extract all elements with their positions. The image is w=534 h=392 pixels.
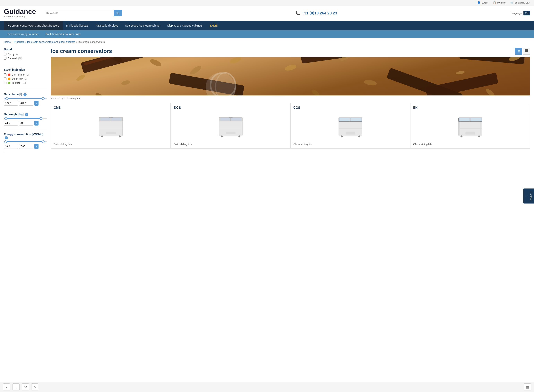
stock-call-label[interactable]: Call for info <box>12 73 25 76</box>
volume-thumb-left[interactable] <box>5 97 8 100</box>
svg-rect-61 <box>340 118 350 121</box>
svg-rect-51 <box>220 118 230 121</box>
volume-info-icon[interactable]: i <box>24 93 27 96</box>
brand-derby: Derby (4) <box>4 53 47 56</box>
brand-derby-checkbox[interactable] <box>4 53 6 56</box>
cart-link[interactable]: 🛒 Shopping cart <box>510 1 530 4</box>
weight-thumb-left[interactable] <box>4 117 7 120</box>
energy-to-input[interactable] <box>19 144 33 149</box>
product-img-ek <box>413 112 527 141</box>
svg-rect-1 <box>525 50 528 51</box>
svg-rect-58 <box>226 132 236 134</box>
product-card-cms[interactable]: CMS <box>51 103 171 149</box>
product-series-cgs: CGS <box>293 106 407 110</box>
search-icon: 🔍 <box>116 12 119 15</box>
brand-filter: Brand Derby (4) Caravell (10) <box>4 48 47 64</box>
stock-filter: Stock indication 🔴 Call for info (1) 🟠 S… <box>4 68 47 89</box>
phone-number: +31 (0)10 264 23 23 <box>302 11 337 15</box>
volume-from-input[interactable] <box>4 101 18 106</box>
energy-info-icon[interactable]: i <box>5 136 8 139</box>
energy-from-input[interactable] <box>4 144 18 149</box>
energy-thumb-right[interactable] <box>42 140 45 143</box>
brand-caravell-label[interactable]: Caravell <box>8 57 17 60</box>
breadcrumb-sep-2: › <box>25 40 26 43</box>
product-card-ek[interactable]: EK <box>410 103 530 149</box>
search-button[interactable]: 🔍 <box>114 10 122 16</box>
language-button[interactable]: EN <box>524 11 530 15</box>
search-area: 🔍 <box>44 10 122 16</box>
weight-track <box>4 118 47 119</box>
product-card-eks[interactable]: EK S Solid sliding lid <box>171 103 291 149</box>
brand-derby-label[interactable]: Derby <box>8 53 14 56</box>
svg-rect-78 <box>465 132 475 135</box>
phone-area: 📞 +31 (0)10 264 23 23 <box>126 11 507 15</box>
language-area: Language EN <box>510 11 530 15</box>
weight-filter-title: Net weight [kg] i <box>4 113 47 116</box>
stock-filter-title: Stock indication <box>4 68 47 71</box>
brand-caravell-checkbox[interactable] <box>4 57 6 60</box>
stock-low-count: (1) <box>24 78 27 80</box>
stock-low: 🟠 Stock low (1) <box>4 77 47 80</box>
stock-green-icon: 🟢 <box>8 82 10 84</box>
logo[interactable]: Guidance Stentor 6.5 webshop <box>4 8 36 18</box>
energy-track <box>4 141 47 142</box>
weight-thumb-right[interactable] <box>40 117 43 120</box>
nav-item-ice-cream-conservators[interactable]: Ice cream conservators and chest freezer… <box>4 21 63 30</box>
svg-rect-0 <box>525 49 528 50</box>
nav-item-sale[interactable]: SALE! <box>206 21 221 30</box>
breadcrumb-sep-3: › <box>76 40 77 43</box>
nav-item-soft-scoop[interactable]: Soft scoop ice cream cabinet <box>122 21 164 30</box>
nav-item-multideck[interactable]: Multideck displays <box>63 21 92 30</box>
product-img-cgs <box>293 112 407 141</box>
svg-point-75 <box>461 135 462 137</box>
energy-go-button[interactable]: › <box>34 144 38 149</box>
product-desc-eks: Solid sliding lids <box>174 143 287 146</box>
breadcrumb-products[interactable]: Products <box>14 40 24 43</box>
stock-call-count: (1) <box>26 73 29 76</box>
freezer-icon-eks <box>218 113 243 139</box>
energy-range-inputs: › <box>4 144 47 149</box>
stock-low-checkbox[interactable] <box>4 78 6 80</box>
stock-instock-checkbox[interactable] <box>4 82 6 84</box>
nav-item-deli[interactable]: Deli and servery counters <box>4 30 42 38</box>
page-title-row: Ice cream conservators ⊞ <box>51 48 530 55</box>
grid-view-button[interactable]: ⊞ <box>515 48 522 55</box>
energy-thumb-left[interactable] <box>4 140 7 143</box>
list-view-button[interactable] <box>523 48 530 55</box>
svg-rect-71 <box>459 118 470 121</box>
brand-caravell: Caravell (10) <box>4 57 47 60</box>
breadcrumb-home[interactable]: Home <box>4 40 11 43</box>
weight-from-input[interactable] <box>4 121 18 126</box>
svg-rect-72 <box>471 118 481 121</box>
volume-go-button[interactable]: › <box>34 101 38 106</box>
stock-orange-icon: 🟠 <box>8 78 10 80</box>
svg-rect-42 <box>111 118 121 121</box>
svg-point-46 <box>119 135 121 137</box>
stock-call-checkbox[interactable] <box>4 73 6 76</box>
weight-info-icon[interactable]: i <box>25 113 28 116</box>
breadcrumb-category[interactable]: Ice cream conservators and chest freezer… <box>27 40 75 43</box>
breadcrumb-sep-1: › <box>12 40 13 43</box>
weight-to-input[interactable] <box>19 121 33 126</box>
svg-rect-52 <box>231 118 241 121</box>
nav-item-backbar[interactable]: Back bar/under counter units <box>42 30 84 38</box>
secondary-nav: Deli and servery counters Back bar/under… <box>0 30 534 38</box>
search-input[interactable] <box>44 10 114 16</box>
svg-rect-41 <box>100 118 110 121</box>
svg-rect-48 <box>106 132 116 134</box>
svg-point-66 <box>358 135 360 137</box>
nav-item-display-storage[interactable]: Display and storage cabinets <box>164 21 206 30</box>
svg-rect-68 <box>346 132 355 135</box>
stock-low-label[interactable]: Stock low <box>12 77 23 80</box>
weight-go-button[interactable]: › <box>34 121 38 126</box>
freezer-icon-cgs <box>338 113 363 139</box>
freezer-icon-ek <box>458 113 483 139</box>
mylists-link[interactable]: 📋 My lists <box>493 1 505 4</box>
stock-instock-label[interactable]: In stock <box>12 81 20 84</box>
login-link[interactable]: 👤 Log in <box>477 1 488 4</box>
banner-svg <box>51 57 530 95</box>
product-card-cgs[interactable]: CGS <box>291 103 410 149</box>
volume-to-input[interactable] <box>19 101 33 106</box>
volume-thumb-right[interactable] <box>42 97 45 100</box>
nav-item-patisserie[interactable]: Patisserie displays <box>92 21 122 30</box>
